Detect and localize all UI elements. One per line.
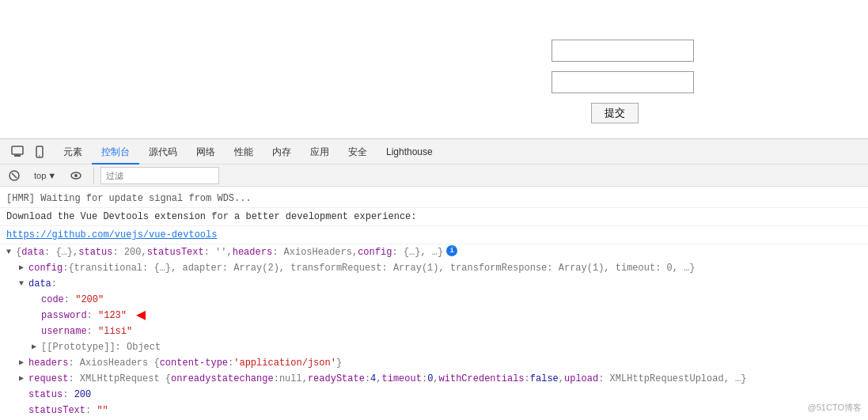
code-colon: :: [64, 293, 75, 307]
info-icon: i: [446, 245, 457, 256]
username-colon: :: [87, 324, 98, 339]
username-spacer: [32, 324, 41, 339]
headers-ct-value: 'application/json': [233, 356, 336, 370]
data-arrow[interactable]: ▼: [19, 277, 28, 291]
statustext-spacer: [19, 403, 28, 418]
request-colon: : XMLHttpRequest {: [68, 372, 171, 386]
tab-memory[interactable]: 内存: [263, 139, 301, 165]
root-statustext-key: statusText: [147, 245, 204, 259]
clear-console-icon[interactable]: [3, 165, 25, 187]
tab-icons: [3, 141, 54, 163]
data-proto-arrow[interactable]: ▶: [32, 340, 41, 354]
request-arrow[interactable]: ▶: [19, 372, 28, 386]
code-spacer: [32, 293, 41, 307]
console-toolbar: top ▼: [0, 165, 868, 187]
headers-close: }: [336, 356, 342, 370]
vue-devtools-line: Download the Vue Devtools extension for …: [0, 208, 868, 226]
headers-ct-sep: :: [228, 356, 233, 370]
config-line[interactable]: ▶ config : {transitional: {…}, adapter: …: [6, 260, 862, 276]
filter-input[interactable]: [100, 167, 219, 184]
status-line: status : 200: [6, 387, 862, 403]
vue-devtools-text: Download the Vue Devtools extension for …: [6, 210, 862, 224]
submit-button[interactable]: 提交: [591, 103, 639, 123]
request-rs-value: 4: [370, 372, 376, 386]
devtools-panel: 元素 控制台 源代码 网络 性能 内存 应用 安全 Lighthouse top…: [0, 138, 868, 420]
tab-security[interactable]: 安全: [339, 139, 377, 165]
request-up-sep: ,: [559, 372, 564, 386]
statustext-value: "": [97, 403, 108, 418]
request-ors-value: null: [279, 372, 302, 386]
svg-rect-0: [12, 146, 23, 154]
headers-ct-key: content-type: [160, 356, 228, 370]
tab-sources[interactable]: 源代码: [139, 139, 187, 165]
request-to-sep2: :: [422, 372, 427, 386]
password-colon: :: [87, 308, 98, 323]
statustext-colon: :: [85, 403, 97, 418]
root-colon1: : {…},: [44, 245, 78, 259]
root-brace-open: {: [16, 245, 21, 259]
headers-colon: : AxiosHeaders {: [68, 356, 159, 370]
headers-key: headers: [28, 356, 68, 370]
password-input[interactable]: ...: [552, 71, 694, 93]
username-key: username: [41, 324, 87, 339]
svg-rect-1: [14, 155, 21, 157]
top-label: top: [34, 171, 46, 180]
inspect-icon[interactable]: [6, 141, 28, 163]
status-key: status: [28, 388, 63, 402]
request-rs-sep: ,: [302, 372, 308, 386]
request-to-value: 0: [427, 372, 433, 386]
request-wc-key: withCredentials: [439, 372, 525, 386]
tab-application[interactable]: 应用: [301, 139, 339, 165]
code-line[interactable]: code : "200": [6, 292, 862, 308]
headers-arrow[interactable]: ▶: [19, 356, 28, 370]
request-ors-sep: :: [274, 372, 279, 386]
tab-network[interactable]: 网络: [187, 139, 225, 165]
tab-console[interactable]: 控制台: [92, 139, 139, 165]
request-wc-sep2: :: [525, 372, 530, 386]
request-key: request: [28, 372, 68, 386]
config-value: {transitional: {…}, adapter: Array(2), t…: [68, 261, 695, 275]
status-value: 200: [74, 388, 92, 402]
top-selector[interactable]: top ▼: [28, 168, 62, 183]
password-spacer: [32, 308, 41, 323]
root-colon5: : {…}, …}: [392, 245, 443, 259]
tab-elements[interactable]: 元素: [54, 139, 92, 165]
username-input[interactable]: lisi: [552, 40, 694, 62]
data-prototype-line[interactable]: ▶ [[Prototype]]: Object: [6, 339, 862, 355]
root-colon2: : 200,: [112, 245, 146, 259]
root-headers-key: headers: [233, 245, 272, 259]
red-arrow-icon: ◀: [136, 308, 146, 323]
headers-line[interactable]: ▶ headers : AxiosHeaders { content-type …: [6, 355, 862, 371]
tab-lighthouse[interactable]: Lighthouse: [377, 139, 442, 165]
tab-performance[interactable]: 性能: [225, 139, 263, 165]
username-value: "lisi": [98, 324, 132, 339]
config-key: config: [28, 261, 63, 275]
hmr-text: [HMR] Waiting for update signal from WDS…: [6, 191, 862, 206]
password-line[interactable]: password : "123" ◀: [6, 308, 862, 324]
response-root-line[interactable]: ▼ { data : {…}, status : 200, statusText…: [6, 244, 862, 260]
mobile-icon[interactable]: [28, 141, 51, 163]
data-colon: :: [51, 277, 57, 291]
eye-icon[interactable]: [65, 165, 87, 187]
vue-link-line[interactable]: https://github.com/vuejs/vue-devtools: [0, 226, 868, 244]
password-key: password: [41, 308, 87, 323]
console-output: [HMR] Waiting for update signal from WDS…: [0, 187, 868, 420]
svg-line-5: [12, 173, 17, 178]
request-line[interactable]: ▶ request : XMLHttpRequest { onreadystat…: [6, 371, 862, 387]
username-line[interactable]: username : "lisi": [6, 324, 862, 339]
request-wc-sep: ,: [433, 372, 438, 386]
toolbar-divider: [93, 168, 94, 184]
watermark: @51CTO博客: [808, 402, 862, 414]
root-config-key: config: [358, 245, 392, 259]
webpage-area: lisi ... 提交: [0, 0, 868, 138]
devtools-tabbar: 元素 控制台 源代码 网络 性能 内存 应用 安全 Lighthouse: [0, 139, 868, 165]
root-colon4: : AxiosHeaders,: [272, 245, 358, 259]
data-key-line[interactable]: ▼ data :: [6, 276, 862, 292]
request-rs-sep2: :: [365, 372, 370, 386]
json-tree: ▼ { data : {…}, status : 200, statusText…: [0, 244, 868, 420]
config-arrow[interactable]: ▶: [19, 261, 28, 275]
vue-devtools-link[interactable]: https://github.com/vuejs/vue-devtools: [6, 228, 862, 242]
root-arrow[interactable]: ▼: [6, 245, 16, 259]
statustext-line: statusText : "": [6, 403, 862, 418]
status-colon: :: [63, 388, 74, 402]
